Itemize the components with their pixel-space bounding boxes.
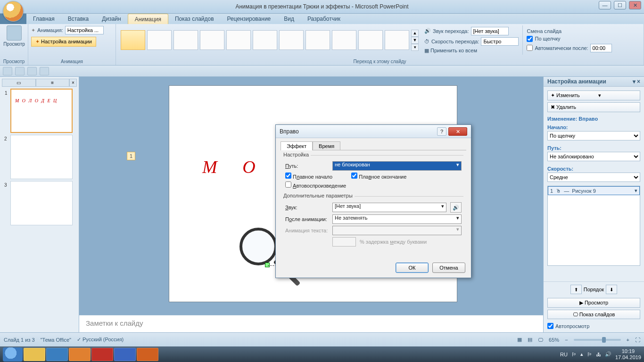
pane-menu[interactable]: ▾: [633, 78, 636, 85]
transition-item[interactable]: [147, 30, 172, 50]
tray-volume-icon[interactable]: 🔊: [605, 351, 611, 357]
dialog-cancel-button[interactable]: Отмена: [432, 263, 465, 273]
dialog-titlebar[interactable]: Вправо ? ✕: [276, 125, 471, 138]
pane-slideshow-button[interactable]: 🖵 Показ слайдов: [547, 310, 640, 319]
tab-insert[interactable]: Вставка: [61, 14, 96, 24]
close-panel[interactable]: ×: [69, 79, 77, 87]
transition-item[interactable]: [226, 30, 251, 50]
pane-preview-button[interactable]: ▶ Просмотр: [547, 298, 640, 308]
tab-review[interactable]: Рецензирование: [221, 14, 278, 24]
trans-speed-combo[interactable]: [481, 37, 519, 46]
transition-item[interactable]: [332, 30, 356, 50]
save-icon[interactable]: [3, 67, 12, 75]
zoom-slider[interactable]: [574, 339, 621, 341]
office-button[interactable]: [3, 1, 24, 22]
pane-close[interactable]: ×: [637, 78, 640, 85]
smooth-end-checkbox[interactable]: [351, 173, 357, 179]
accessibility-icon[interactable]: [40, 67, 49, 75]
transition-more[interactable]: ▲▼▾: [411, 30, 419, 50]
redo-icon[interactable]: [27, 67, 37, 75]
status-lang[interactable]: ✓ Русский (Россия): [77, 337, 124, 343]
start-button[interactable]: [3, 347, 23, 362]
speed-combo[interactable]: Средне: [547, 173, 640, 182]
zoom-value[interactable]: 65%: [549, 337, 559, 343]
sound-volume-button[interactable]: 🔊: [450, 202, 462, 213]
change-effect-button[interactable]: ✦ Изменить ▾: [547, 90, 640, 100]
task-word[interactable]: [114, 348, 136, 361]
dlg-sound-combo[interactable]: [Нет звука]▾: [332, 203, 446, 212]
task-explorer[interactable]: [24, 348, 45, 361]
tab-slideshow[interactable]: Показ слайдов: [168, 14, 221, 24]
tab-view[interactable]: Вид: [277, 14, 301, 24]
smooth-start-checkbox[interactable]: [285, 173, 291, 179]
view-sorter-icon[interactable]: ▤: [528, 337, 532, 343]
transition-item[interactable]: [200, 30, 224, 50]
transition-item[interactable]: [253, 30, 277, 50]
tab-home[interactable]: Главная: [26, 14, 61, 24]
zoom-out-button[interactable]: −: [565, 337, 568, 343]
task-opera[interactable]: [91, 348, 113, 361]
trans-sound-combo[interactable]: [471, 27, 509, 35]
slide-thumb-2[interactable]: 2: [10, 135, 73, 179]
on-click-checkbox[interactable]: [527, 36, 533, 42]
start-combo[interactable]: По щелчку: [547, 131, 640, 140]
anim-combo[interactable]: [65, 26, 104, 34]
tray-lang[interactable]: RU: [560, 352, 568, 357]
slide-thumb-3[interactable]: 3: [10, 181, 73, 225]
slides-tab[interactable]: ▭: [2, 79, 36, 87]
animation-list-item[interactable]: 1 🖱 — Рисунок 9 ▾: [548, 186, 640, 195]
tray-network-icon[interactable]: 🖧: [596, 352, 601, 357]
transition-item[interactable]: [358, 30, 383, 50]
dialog-tab-effect[interactable]: Эффект: [281, 141, 313, 150]
dlg-after-combo[interactable]: Не затемнять▾: [332, 214, 462, 224]
view-slideshow-icon[interactable]: 🖵: [538, 337, 543, 343]
motion-path-start[interactable]: [265, 263, 270, 267]
autopreview-checkbox[interactable]: [547, 323, 553, 329]
remove-effect-button[interactable]: ✖ Удалить: [547, 102, 640, 112]
tray-action-center-icon[interactable]: 🏳: [587, 352, 592, 357]
outline-tab[interactable]: ≡: [36, 79, 70, 87]
auto-after-checkbox[interactable]: [527, 45, 533, 51]
dlg-path-combo[interactable]: не блокирован▾: [332, 161, 462, 171]
dialog-ok-button[interactable]: ОК: [396, 263, 429, 273]
tab-animation[interactable]: Анимация: [128, 14, 168, 24]
minimize-button[interactable]: —: [599, 1, 611, 9]
task-powerpoint[interactable]: [137, 348, 158, 361]
apply-all-button[interactable]: ▦ Применить ко всем: [424, 48, 519, 54]
tab-design[interactable]: Дизайн: [95, 14, 127, 24]
path-combo[interactable]: Не заблокировано: [547, 152, 640, 161]
transition-item[interactable]: [279, 30, 304, 50]
auto-after-time[interactable]: [590, 44, 612, 52]
close-button[interactable]: ✕: [629, 1, 641, 9]
item-text: Рисунок 9: [572, 188, 596, 194]
slide-thumb-1[interactable]: 1 М О Л О Д Е Ц: [10, 89, 73, 133]
transition-item[interactable]: [173, 30, 198, 50]
transition-item[interactable]: [385, 30, 409, 50]
autoreverse-checkbox[interactable]: [285, 181, 291, 188]
view-normal-icon[interactable]: ▦: [517, 337, 522, 343]
preview-button[interactable]: Просмотр: [3, 25, 25, 47]
dialog-help-button[interactable]: ?: [437, 127, 446, 136]
tab-developer[interactable]: Разработчик: [301, 14, 347, 24]
task-media[interactable]: [69, 348, 91, 361]
order-down-button[interactable]: ⬇: [606, 285, 617, 294]
fit-button[interactable]: ⛶: [635, 337, 640, 343]
dlg-text-combo: ▾: [332, 226, 462, 235]
transition-item[interactable]: [305, 30, 330, 50]
dialog-close-button[interactable]: ✕: [448, 127, 467, 136]
thumb-number: 1: [5, 90, 8, 96]
dialog-tab-time[interactable]: Время: [313, 141, 340, 150]
item-menu[interactable]: ▾: [635, 188, 637, 194]
zoom-in-button[interactable]: +: [627, 337, 629, 343]
order-up-button[interactable]: ⬆: [570, 285, 582, 294]
tray-clock[interactable]: 10:19 17.04.2019: [615, 348, 641, 360]
custom-animation-button[interactable]: ✦ Настройка анимации: [31, 37, 96, 47]
maximize-button[interactable]: ☐: [614, 1, 626, 9]
tray-flag-icon[interactable]: 🏳: [571, 352, 577, 357]
notes-pane[interactable]: Заметки к слайду: [79, 315, 543, 332]
on-click-label: По щелчку: [535, 36, 560, 41]
task-ie[interactable]: [46, 348, 68, 361]
tray-more-icon[interactable]: ▴: [580, 351, 583, 357]
transition-none[interactable]: [121, 30, 145, 50]
undo-icon[interactable]: [15, 67, 25, 75]
